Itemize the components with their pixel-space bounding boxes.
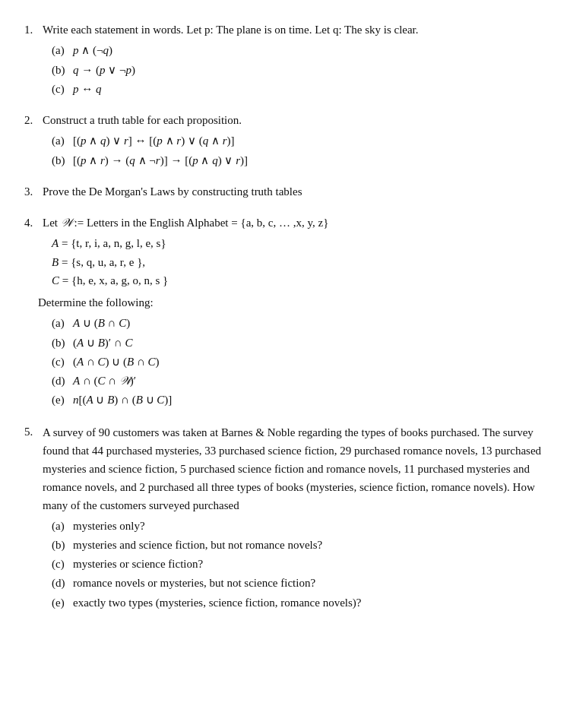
- part-label: (d): [52, 372, 70, 390]
- determine-label: Determine the following:: [38, 294, 546, 312]
- list-item: (d) A ∩ (C ∩ 𝒲)′: [52, 372, 546, 390]
- part-label: (c): [52, 353, 70, 371]
- problem-5-parts: (a) mysteries only? (b) mysteries and sc…: [52, 518, 546, 612]
- problem-1-parts: (a) p ∧ (¬q) (b) q → (p ∨ ¬p) (c) p ↔ q: [52, 42, 546, 98]
- part-content: (A ∩ C) ∪ (B ∩ C): [73, 353, 160, 371]
- problem-3-num: 3.: [24, 183, 38, 201]
- part-label: (b): [52, 152, 70, 169]
- problem-3: 3. Prove the De Morgan's Laws by constru…: [24, 183, 546, 201]
- part-content: mysteries and science fiction, but not r…: [73, 537, 322, 554]
- list-item: (b) (A ∪ B)′ ∩ C: [52, 334, 546, 352]
- part-label: (b): [52, 334, 70, 352]
- part-label: (b): [52, 537, 70, 554]
- problem-4-num: 4.: [24, 214, 38, 232]
- set-c: C = {h, e, x, a, g, o, n, s }: [52, 272, 546, 290]
- list-item: (a) p ∧ (¬q): [52, 42, 546, 59]
- part-content: mysteries or science fiction?: [73, 555, 203, 573]
- part-label: (b): [52, 62, 70, 79]
- part-content: romance novels or mysteries, but not sci…: [73, 574, 315, 592]
- part-label: (a): [52, 42, 70, 59]
- list-item: (a) mysteries only?: [52, 518, 546, 535]
- list-item: (e) n[(A ∪ B) ∩ (B ∪ C)]: [52, 391, 546, 409]
- part-label: (e): [52, 594, 70, 612]
- part-label: (a): [52, 315, 70, 332]
- problem-4-intro: Let 𝒲 := Letters in the English Alphabet…: [43, 214, 328, 232]
- problem-1-text: Write each statement in words. Let p: Th…: [43, 21, 419, 39]
- list-item: (b) mysteries and science fiction, but n…: [52, 537, 546, 554]
- part-label: (a): [52, 518, 70, 535]
- part-content: n[(A ∪ B) ∩ (B ∪ C)]: [73, 391, 172, 409]
- list-item: (b) [(p ∧ r) → (q ∧ ¬r)] → [(p ∧ q) ∨ r)…: [52, 152, 546, 169]
- part-label: (c): [52, 81, 70, 98]
- list-item: (a) A ∪ (B ∩ C): [52, 315, 546, 332]
- list-item: (a) [(p ∧ q) ∨ r] ↔ [(p ∧ r) ∨ (q ∧ r)]: [52, 132, 546, 150]
- part-content: p ↔ q: [73, 81, 102, 98]
- part-content: mysteries only?: [73, 518, 145, 535]
- part-content: A ∩ (C ∩ 𝒲)′: [73, 372, 136, 390]
- problem-5-header: 5. A survey of 90 customers was taken at…: [24, 423, 546, 514]
- problem-2: 2. Construct a truth table for each prop…: [24, 112, 546, 169]
- part-content: [(p ∧ q) ∨ r] ↔ [(p ∧ r) ∨ (q ∧ r)]: [73, 132, 235, 150]
- part-content: [(p ∧ r) → (q ∧ ¬r)] → [(p ∧ q) ∨ r)]: [73, 152, 248, 169]
- part-content: exactly two types (mysteries, science fi…: [73, 594, 361, 612]
- part-content: q → (p ∨ ¬p): [73, 62, 135, 79]
- problem-5-num: 5.: [24, 423, 38, 514]
- list-item: (e) exactly two types (mysteries, scienc…: [52, 594, 546, 612]
- list-item: (c) p ↔ q: [52, 81, 546, 98]
- problem-2-text: Construct a truth table for each proposi…: [43, 112, 242, 129]
- problem-1: 1. Write each statement in words. Let p:…: [24, 21, 546, 98]
- list-item: (d) romance novels or mysteries, but not…: [52, 574, 546, 592]
- problem-4: 4. Let 𝒲 := Letters in the English Alpha…: [24, 214, 546, 410]
- problem-5-body: A survey of 90 customers was taken at Ba…: [43, 423, 546, 514]
- problem-2-num: 2.: [24, 112, 38, 129]
- set-b: B = {s, q, u, a, r, e },: [52, 254, 546, 271]
- problem-1-num: 1.: [24, 21, 38, 39]
- list-item: (c) (A ∩ C) ∪ (B ∩ C): [52, 353, 546, 371]
- problem-5: 5. A survey of 90 customers was taken at…: [24, 423, 546, 612]
- part-label: (d): [52, 574, 70, 592]
- problem-4-sets: A = {t, r, i, a, n, g, l, e, s} B = {s, …: [38, 235, 546, 290]
- problem-3-text: Prove the De Morgan's Laws by constructi…: [43, 183, 302, 201]
- problem-4-parts: (a) A ∪ (B ∩ C) (b) (A ∪ B)′ ∩ C (c) (A …: [52, 315, 546, 409]
- set-a: A = {t, r, i, a, n, g, l, e, s}: [52, 235, 546, 252]
- part-label: (a): [52, 132, 70, 150]
- part-content: A ∪ (B ∩ C): [73, 315, 130, 332]
- part-content: p ∧ (¬q): [73, 42, 112, 59]
- list-item: (b) q → (p ∨ ¬p): [52, 62, 546, 79]
- part-label: (e): [52, 391, 70, 409]
- list-item: (c) mysteries or science fiction?: [52, 555, 546, 573]
- problem-2-parts: (a) [(p ∧ q) ∨ r] ↔ [(p ∧ r) ∨ (q ∧ r)] …: [52, 132, 546, 169]
- part-content: (A ∪ B)′ ∩ C: [73, 334, 132, 352]
- part-label: (c): [52, 555, 70, 573]
